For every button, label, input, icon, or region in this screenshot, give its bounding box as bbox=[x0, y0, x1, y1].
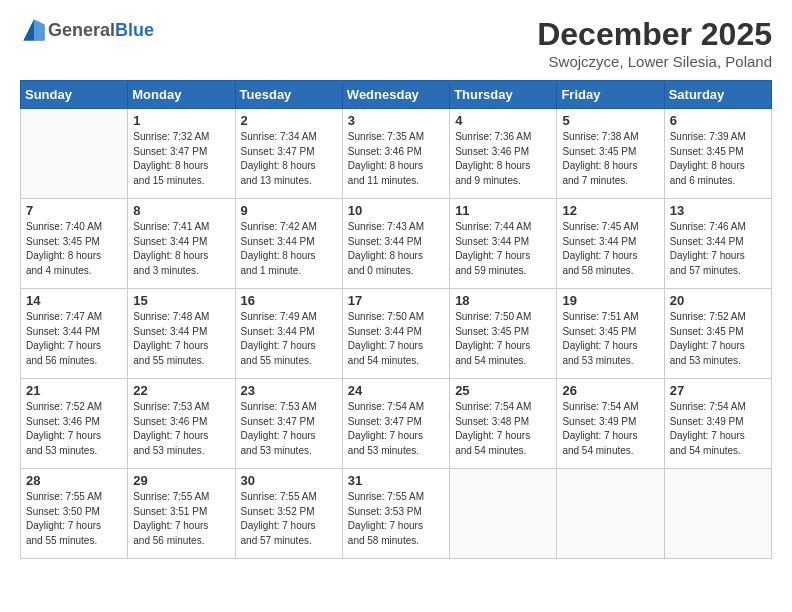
day-info: Sunrise: 7:39 AM Sunset: 3:45 PM Dayligh… bbox=[670, 130, 766, 188]
calendar-table: SundayMondayTuesdayWednesdayThursdayFrid… bbox=[20, 80, 772, 559]
day-info: Sunrise: 7:34 AM Sunset: 3:47 PM Dayligh… bbox=[241, 130, 337, 188]
day-info: Sunrise: 7:44 AM Sunset: 3:44 PM Dayligh… bbox=[455, 220, 551, 278]
day-info: Sunrise: 7:51 AM Sunset: 3:45 PM Dayligh… bbox=[562, 310, 658, 368]
calendar-cell: 29Sunrise: 7:55 AM Sunset: 3:51 PM Dayli… bbox=[128, 469, 235, 559]
weekday-header-tuesday: Tuesday bbox=[235, 81, 342, 109]
day-info: Sunrise: 7:40 AM Sunset: 3:45 PM Dayligh… bbox=[26, 220, 122, 278]
day-info: Sunrise: 7:49 AM Sunset: 3:44 PM Dayligh… bbox=[241, 310, 337, 368]
day-info: Sunrise: 7:47 AM Sunset: 3:44 PM Dayligh… bbox=[26, 310, 122, 368]
calendar-cell bbox=[664, 469, 771, 559]
calendar-cell: 2Sunrise: 7:34 AM Sunset: 3:47 PM Daylig… bbox=[235, 109, 342, 199]
calendar-cell: 6Sunrise: 7:39 AM Sunset: 3:45 PM Daylig… bbox=[664, 109, 771, 199]
day-number: 6 bbox=[670, 113, 766, 128]
calendar-cell: 20Sunrise: 7:52 AM Sunset: 3:45 PM Dayli… bbox=[664, 289, 771, 379]
day-info: Sunrise: 7:52 AM Sunset: 3:45 PM Dayligh… bbox=[670, 310, 766, 368]
title-area: December 2025 Swojczyce, Lower Silesia, … bbox=[537, 16, 772, 70]
day-number: 3 bbox=[348, 113, 444, 128]
day-info: Sunrise: 7:45 AM Sunset: 3:44 PM Dayligh… bbox=[562, 220, 658, 278]
day-number: 25 bbox=[455, 383, 551, 398]
day-info: Sunrise: 7:32 AM Sunset: 3:47 PM Dayligh… bbox=[133, 130, 229, 188]
weekday-header-wednesday: Wednesday bbox=[342, 81, 449, 109]
day-info: Sunrise: 7:53 AM Sunset: 3:46 PM Dayligh… bbox=[133, 400, 229, 458]
weekday-header-monday: Monday bbox=[128, 81, 235, 109]
logo: GeneralBlue bbox=[20, 16, 154, 44]
day-info: Sunrise: 7:53 AM Sunset: 3:47 PM Dayligh… bbox=[241, 400, 337, 458]
day-info: Sunrise: 7:48 AM Sunset: 3:44 PM Dayligh… bbox=[133, 310, 229, 368]
calendar-cell bbox=[450, 469, 557, 559]
day-number: 17 bbox=[348, 293, 444, 308]
calendar-cell: 26Sunrise: 7:54 AM Sunset: 3:49 PM Dayli… bbox=[557, 379, 664, 469]
day-number: 7 bbox=[26, 203, 122, 218]
calendar-cell: 15Sunrise: 7:48 AM Sunset: 3:44 PM Dayli… bbox=[128, 289, 235, 379]
logo-general: General bbox=[48, 20, 115, 40]
calendar-cell: 4Sunrise: 7:36 AM Sunset: 3:46 PM Daylig… bbox=[450, 109, 557, 199]
day-number: 28 bbox=[26, 473, 122, 488]
calendar-cell: 11Sunrise: 7:44 AM Sunset: 3:44 PM Dayli… bbox=[450, 199, 557, 289]
calendar-cell: 22Sunrise: 7:53 AM Sunset: 3:46 PM Dayli… bbox=[128, 379, 235, 469]
calendar-cell: 21Sunrise: 7:52 AM Sunset: 3:46 PM Dayli… bbox=[21, 379, 128, 469]
calendar-cell: 7Sunrise: 7:40 AM Sunset: 3:45 PM Daylig… bbox=[21, 199, 128, 289]
month-title: December 2025 bbox=[537, 16, 772, 53]
calendar-cell: 8Sunrise: 7:41 AM Sunset: 3:44 PM Daylig… bbox=[128, 199, 235, 289]
calendar-cell: 12Sunrise: 7:45 AM Sunset: 3:44 PM Dayli… bbox=[557, 199, 664, 289]
calendar-cell: 25Sunrise: 7:54 AM Sunset: 3:48 PM Dayli… bbox=[450, 379, 557, 469]
day-info: Sunrise: 7:42 AM Sunset: 3:44 PM Dayligh… bbox=[241, 220, 337, 278]
calendar-cell bbox=[21, 109, 128, 199]
day-number: 13 bbox=[670, 203, 766, 218]
day-number: 23 bbox=[241, 383, 337, 398]
day-number: 9 bbox=[241, 203, 337, 218]
day-number: 31 bbox=[348, 473, 444, 488]
day-info: Sunrise: 7:36 AM Sunset: 3:46 PM Dayligh… bbox=[455, 130, 551, 188]
day-info: Sunrise: 7:52 AM Sunset: 3:46 PM Dayligh… bbox=[26, 400, 122, 458]
calendar-cell: 17Sunrise: 7:50 AM Sunset: 3:44 PM Dayli… bbox=[342, 289, 449, 379]
day-info: Sunrise: 7:35 AM Sunset: 3:46 PM Dayligh… bbox=[348, 130, 444, 188]
day-number: 14 bbox=[26, 293, 122, 308]
day-number: 26 bbox=[562, 383, 658, 398]
day-number: 10 bbox=[348, 203, 444, 218]
day-number: 21 bbox=[26, 383, 122, 398]
calendar-cell: 30Sunrise: 7:55 AM Sunset: 3:52 PM Dayli… bbox=[235, 469, 342, 559]
day-info: Sunrise: 7:41 AM Sunset: 3:44 PM Dayligh… bbox=[133, 220, 229, 278]
calendar-cell: 24Sunrise: 7:54 AM Sunset: 3:47 PM Dayli… bbox=[342, 379, 449, 469]
day-info: Sunrise: 7:50 AM Sunset: 3:45 PM Dayligh… bbox=[455, 310, 551, 368]
day-number: 16 bbox=[241, 293, 337, 308]
calendar-cell: 3Sunrise: 7:35 AM Sunset: 3:46 PM Daylig… bbox=[342, 109, 449, 199]
day-info: Sunrise: 7:55 AM Sunset: 3:51 PM Dayligh… bbox=[133, 490, 229, 548]
calendar-cell: 16Sunrise: 7:49 AM Sunset: 3:44 PM Dayli… bbox=[235, 289, 342, 379]
weekday-header-friday: Friday bbox=[557, 81, 664, 109]
day-info: Sunrise: 7:54 AM Sunset: 3:48 PM Dayligh… bbox=[455, 400, 551, 458]
weekday-header-saturday: Saturday bbox=[664, 81, 771, 109]
calendar-cell: 9Sunrise: 7:42 AM Sunset: 3:44 PM Daylig… bbox=[235, 199, 342, 289]
day-number: 24 bbox=[348, 383, 444, 398]
weekday-header-thursday: Thursday bbox=[450, 81, 557, 109]
calendar-cell: 5Sunrise: 7:38 AM Sunset: 3:45 PM Daylig… bbox=[557, 109, 664, 199]
day-number: 2 bbox=[241, 113, 337, 128]
day-info: Sunrise: 7:38 AM Sunset: 3:45 PM Dayligh… bbox=[562, 130, 658, 188]
day-number: 18 bbox=[455, 293, 551, 308]
calendar-cell: 1Sunrise: 7:32 AM Sunset: 3:47 PM Daylig… bbox=[128, 109, 235, 199]
day-number: 19 bbox=[562, 293, 658, 308]
day-info: Sunrise: 7:55 AM Sunset: 3:50 PM Dayligh… bbox=[26, 490, 122, 548]
day-number: 5 bbox=[562, 113, 658, 128]
svg-marker-2 bbox=[34, 20, 45, 41]
day-number: 30 bbox=[241, 473, 337, 488]
location-title: Swojczyce, Lower Silesia, Poland bbox=[537, 53, 772, 70]
day-info: Sunrise: 7:43 AM Sunset: 3:44 PM Dayligh… bbox=[348, 220, 444, 278]
calendar-cell: 14Sunrise: 7:47 AM Sunset: 3:44 PM Dayli… bbox=[21, 289, 128, 379]
calendar-cell: 19Sunrise: 7:51 AM Sunset: 3:45 PM Dayli… bbox=[557, 289, 664, 379]
calendar-cell: 23Sunrise: 7:53 AM Sunset: 3:47 PM Dayli… bbox=[235, 379, 342, 469]
day-info: Sunrise: 7:54 AM Sunset: 3:49 PM Dayligh… bbox=[562, 400, 658, 458]
calendar-cell: 13Sunrise: 7:46 AM Sunset: 3:44 PM Dayli… bbox=[664, 199, 771, 289]
logo-blue: Blue bbox=[115, 20, 154, 40]
weekday-header-sunday: Sunday bbox=[21, 81, 128, 109]
day-info: Sunrise: 7:55 AM Sunset: 3:52 PM Dayligh… bbox=[241, 490, 337, 548]
calendar-cell: 10Sunrise: 7:43 AM Sunset: 3:44 PM Dayli… bbox=[342, 199, 449, 289]
day-number: 22 bbox=[133, 383, 229, 398]
day-number: 15 bbox=[133, 293, 229, 308]
day-number: 4 bbox=[455, 113, 551, 128]
calendar-cell: 27Sunrise: 7:54 AM Sunset: 3:49 PM Dayli… bbox=[664, 379, 771, 469]
calendar-cell: 31Sunrise: 7:55 AM Sunset: 3:53 PM Dayli… bbox=[342, 469, 449, 559]
calendar-cell: 18Sunrise: 7:50 AM Sunset: 3:45 PM Dayli… bbox=[450, 289, 557, 379]
day-info: Sunrise: 7:50 AM Sunset: 3:44 PM Dayligh… bbox=[348, 310, 444, 368]
day-number: 27 bbox=[670, 383, 766, 398]
